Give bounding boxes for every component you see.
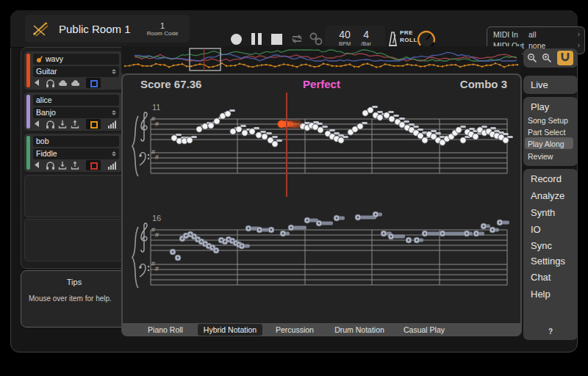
level-meter-icon <box>108 120 117 129</box>
instrument-value: Fiddle <box>36 148 57 159</box>
cloud-upload-icon[interactable] <box>71 79 79 88</box>
menu-item-settings[interactable]: Settings <box>531 256 565 267</box>
menu-item-sync[interactable]: Sync <box>531 240 552 251</box>
rewind-icon[interactable] <box>33 120 42 129</box>
menu-item-chat[interactable]: Chat <box>531 272 551 283</box>
user-name-field: bob <box>33 136 119 147</box>
instrument-select[interactable]: Guitar <box>33 66 119 77</box>
headphones-icon[interactable] <box>46 161 54 170</box>
preroll-label[interactable]: PREROLL <box>400 29 417 44</box>
menu-item-live[interactable]: Live <box>531 79 548 90</box>
tips-title: Tips <box>21 278 127 286</box>
user-controls <box>33 160 119 170</box>
room-info-box: Public Room 1 1 Room Code <box>25 15 190 43</box>
svg-text:#: # <box>155 153 159 161</box>
midi-in-value[interactable]: all <box>528 30 537 39</box>
room-code-label: Room Code <box>135 30 190 37</box>
staff-measure-11: ####11 <box>132 103 513 176</box>
user-name: wavy <box>46 54 63 65</box>
app-logo-icon <box>31 19 50 38</box>
svg-text:#: # <box>155 231 159 239</box>
user-controls <box>33 119 119 129</box>
svg-text:#: # <box>155 120 159 128</box>
rewind-icon[interactable] <box>33 161 42 170</box>
user-color-bar <box>26 95 30 129</box>
record-button[interactable] <box>231 34 242 45</box>
room-title: Public Room 1 <box>59 23 135 35</box>
upload-icon[interactable] <box>71 161 79 170</box>
download-icon[interactable] <box>58 120 67 129</box>
tips-body: Mouse over item for help. <box>29 294 112 303</box>
loop-icon <box>290 32 304 46</box>
svg-text:16: 16 <box>152 214 161 223</box>
overview-viewport-box[interactable] <box>190 48 220 70</box>
user-card-wavy: wavy Guitar <box>24 51 123 90</box>
user-color-bar <box>26 136 30 170</box>
menu-item-play[interactable]: Play <box>531 101 549 112</box>
menu-item-review[interactable]: Review <box>528 152 553 161</box>
notation-canvas[interactable]: ####11 ####16 <box>121 73 522 323</box>
download-icon[interactable] <box>58 161 67 170</box>
instrument-select[interactable]: Banjo <box>33 107 119 118</box>
menu-live-panel: Live <box>523 76 578 94</box>
pause-button[interactable] <box>251 33 262 45</box>
upload-icon[interactable] <box>71 120 79 129</box>
empty-user-slot <box>24 219 124 261</box>
tips-panel: Tips Mouse over item for help. <box>21 270 128 328</box>
midi-in-label: MIDI In <box>493 30 528 39</box>
menu-item-song-setup[interactable]: Song Setup <box>528 116 568 125</box>
user-name: bob <box>36 136 49 147</box>
zoom-out-icon[interactable] <box>527 53 538 64</box>
instrument-value: Guitar <box>36 66 57 77</box>
svg-text:11: 11 <box>152 103 160 112</box>
tab-percussion[interactable]: Percussion <box>262 323 327 336</box>
user-name-field: alice <box>33 95 119 106</box>
snap-magnet-button[interactable] <box>557 51 573 65</box>
rewind-icon[interactable] <box>33 79 42 88</box>
spinner-icon[interactable] <box>112 69 116 74</box>
menu-item-help[interactable]: Help <box>531 289 551 300</box>
zoom-toolbar <box>523 48 578 68</box>
link-icon <box>309 32 323 46</box>
bar-value[interactable]: 4 <box>361 29 371 40</box>
menu-item-play-along[interactable]: Play Along <box>528 140 564 148</box>
menu-item-analyze[interactable]: Analyze <box>531 190 564 201</box>
level-meter-icon <box>108 161 117 170</box>
view-tab-bar: Piano Roll Hybrid Notation Percussion Dr… <box>121 323 522 336</box>
headphones-icon[interactable] <box>46 79 54 88</box>
tab-piano-roll[interactable]: Piano Roll <box>133 323 198 336</box>
tab-drum-notation[interactable]: Drum Notation <box>327 323 392 336</box>
empty-user-slot <box>24 175 124 217</box>
magnet-icon <box>559 52 571 62</box>
tab-hybrid-notation[interactable]: Hybrid Notation <box>198 324 262 336</box>
bpm-value[interactable]: 40 <box>339 29 351 40</box>
menu-item-record[interactable]: Record <box>531 173 562 184</box>
user-card-bob: bob Fiddle <box>24 134 123 172</box>
cloud-download-icon[interactable] <box>58 79 67 88</box>
menu-item-part-select[interactable]: Part Select <box>528 128 565 137</box>
spinner-icon[interactable] <box>112 151 116 156</box>
menu-item-synth[interactable]: Synth <box>531 207 555 218</box>
instrument-select[interactable]: Fiddle <box>33 148 119 159</box>
user-controls <box>33 78 119 88</box>
song-overview-strip[interactable] <box>121 46 522 73</box>
tab-casual-play[interactable]: Casual Play <box>392 323 456 336</box>
staff-measure-16: ####16 <box>132 212 509 288</box>
help-shortcut[interactable]: ? <box>523 328 578 336</box>
midi-in-row[interactable]: MIDI In all › <box>493 30 580 39</box>
status-indicator[interactable] <box>86 119 101 129</box>
status-indicator[interactable] <box>86 78 101 88</box>
menu-item-io[interactable]: IO <box>531 224 541 235</box>
top-bar: Public Room 1 1 Room Code 40 BPM 4 /Bar <box>10 10 578 48</box>
zoom-in-icon[interactable] <box>542 53 553 64</box>
chevron-right-icon: › <box>578 30 580 39</box>
menu-main-panel: Record Analyze Synth IO Sync Settings Ch… <box>523 169 578 340</box>
headphones-icon[interactable] <box>46 120 54 129</box>
user-name: alice <box>36 95 52 106</box>
status-indicator[interactable] <box>86 160 101 170</box>
spinner-icon[interactable] <box>112 110 116 115</box>
menu-play-panel: Play Song Setup Part Select Play Along R… <box>523 97 578 166</box>
metronome-icon[interactable] <box>387 30 398 48</box>
svg-text:#: # <box>155 265 159 272</box>
stop-button[interactable] <box>271 34 282 45</box>
